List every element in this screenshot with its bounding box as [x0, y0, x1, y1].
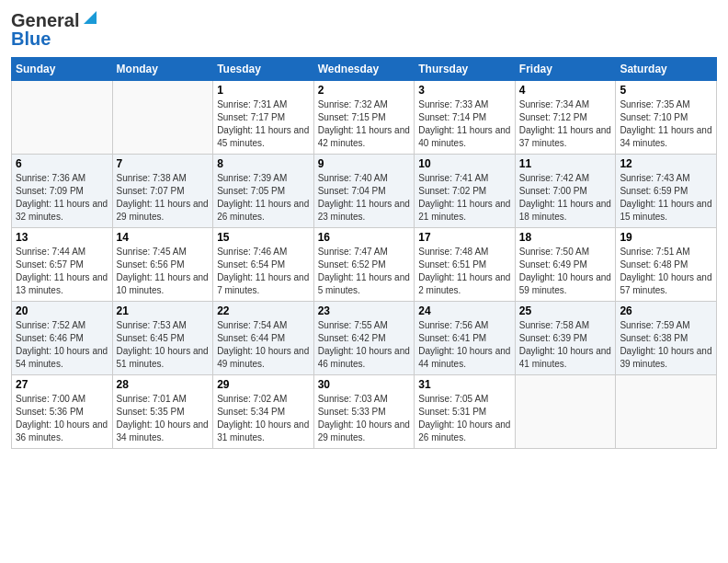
header: General Blue — [11, 9, 717, 50]
day-info: Sunrise: 7:01 AM Sunset: 5:35 PM Dayligh… — [117, 393, 210, 444]
day-info: Sunrise: 7:44 AM Sunset: 6:57 PM Dayligh… — [16, 246, 108, 297]
calendar-cell: 27Sunrise: 7:00 AM Sunset: 5:36 PM Dayli… — [12, 375, 113, 449]
page-container: General Blue SundayMondayTuesdayWednesda… — [0, 0, 728, 458]
day-info: Sunrise: 7:35 AM Sunset: 7:10 PM Dayligh… — [620, 98, 712, 150]
calendar-cell: 23Sunrise: 7:55 AM Sunset: 6:42 PM Dayli… — [313, 302, 415, 375]
day-number: 26 — [620, 304, 712, 317]
day-number: 27 — [16, 378, 108, 391]
day-info: Sunrise: 7:34 AM Sunset: 7:12 PM Dayligh… — [519, 98, 612, 150]
day-info: Sunrise: 7:33 AM Sunset: 7:14 PM Dayligh… — [418, 98, 511, 150]
calendar-week-row: 1Sunrise: 7:31 AM Sunset: 7:17 PM Daylig… — [12, 81, 717, 155]
day-info: Sunrise: 7:38 AM Sunset: 7:07 PM Dayligh… — [117, 172, 210, 224]
calendar-cell: 3Sunrise: 7:33 AM Sunset: 7:14 PM Daylig… — [415, 81, 516, 155]
day-info: Sunrise: 7:02 AM Sunset: 5:34 PM Dayligh… — [217, 393, 310, 444]
day-info: Sunrise: 7:51 AM Sunset: 6:48 PM Dayligh… — [620, 246, 712, 297]
day-number: 10 — [418, 157, 511, 170]
svg-marker-0 — [84, 11, 97, 24]
calendar-cell: 8Sunrise: 7:39 AM Sunset: 7:05 PM Daylig… — [213, 155, 314, 228]
day-number: 9 — [318, 157, 411, 170]
day-number: 25 — [519, 304, 612, 317]
day-info: Sunrise: 7:36 AM Sunset: 7:09 PM Dayligh… — [16, 172, 108, 224]
day-number: 30 — [318, 378, 411, 391]
day-number: 5 — [620, 84, 712, 97]
day-info: Sunrise: 7:52 AM Sunset: 6:46 PM Dayligh… — [16, 319, 108, 371]
day-info: Sunrise: 7:56 AM Sunset: 6:41 PM Dayligh… — [418, 319, 511, 371]
day-info: Sunrise: 7:39 AM Sunset: 7:05 PM Dayligh… — [217, 172, 310, 224]
calendar-cell: 4Sunrise: 7:34 AM Sunset: 7:12 PM Daylig… — [515, 81, 616, 155]
calendar-cell: 31Sunrise: 7:05 AM Sunset: 5:31 PM Dayli… — [415, 375, 516, 449]
day-info: Sunrise: 7:55 AM Sunset: 6:42 PM Dayligh… — [318, 319, 411, 371]
weekday-header: Tuesday — [213, 58, 314, 81]
calendar-cell: 25Sunrise: 7:58 AM Sunset: 6:39 PM Dayli… — [515, 302, 616, 375]
day-number: 3 — [418, 84, 511, 97]
day-info: Sunrise: 7:54 AM Sunset: 6:44 PM Dayligh… — [217, 319, 310, 371]
day-info: Sunrise: 7:32 AM Sunset: 7:15 PM Dayligh… — [318, 98, 411, 150]
calendar-table: SundayMondayTuesdayWednesdayThursdayFrid… — [11, 57, 717, 449]
day-number: 7 — [117, 157, 210, 170]
calendar-cell: 21Sunrise: 7:53 AM Sunset: 6:45 PM Dayli… — [112, 302, 213, 375]
weekday-header: Wednesday — [313, 58, 415, 81]
calendar-cell: 12Sunrise: 7:43 AM Sunset: 6:59 PM Dayli… — [616, 155, 717, 228]
day-info: Sunrise: 7:40 AM Sunset: 7:04 PM Dayligh… — [318, 172, 411, 224]
calendar-cell: 5Sunrise: 7:35 AM Sunset: 7:10 PM Daylig… — [616, 81, 717, 155]
day-number: 12 — [620, 157, 712, 170]
weekday-header: Saturday — [616, 58, 717, 81]
day-info: Sunrise: 7:47 AM Sunset: 6:52 PM Dayligh… — [318, 246, 411, 297]
logo: General Blue — [11, 9, 100, 50]
day-info: Sunrise: 7:03 AM Sunset: 5:33 PM Dayligh… — [318, 393, 411, 444]
day-info: Sunrise: 7:59 AM Sunset: 6:38 PM Dayligh… — [620, 319, 712, 371]
calendar-cell — [112, 81, 213, 155]
calendar-cell: 18Sunrise: 7:50 AM Sunset: 6:49 PM Dayli… — [515, 228, 616, 302]
calendar-cell: 16Sunrise: 7:47 AM Sunset: 6:52 PM Dayli… — [313, 228, 415, 302]
calendar-week-row: 6Sunrise: 7:36 AM Sunset: 7:09 PM Daylig… — [12, 155, 717, 228]
calendar-cell — [616, 375, 717, 449]
calendar-week-row: 20Sunrise: 7:52 AM Sunset: 6:46 PM Dayli… — [12, 302, 717, 375]
day-number: 8 — [217, 157, 310, 170]
day-number: 21 — [117, 304, 210, 317]
day-number: 29 — [217, 378, 310, 391]
calendar-cell: 26Sunrise: 7:59 AM Sunset: 6:38 PM Dayli… — [616, 302, 717, 375]
calendar-cell — [12, 81, 113, 155]
day-number: 31 — [418, 378, 511, 391]
calendar-cell: 2Sunrise: 7:32 AM Sunset: 7:15 PM Daylig… — [313, 81, 415, 155]
calendar-week-row: 27Sunrise: 7:00 AM Sunset: 5:36 PM Dayli… — [12, 375, 717, 449]
day-number: 4 — [519, 84, 612, 97]
calendar-cell: 30Sunrise: 7:03 AM Sunset: 5:33 PM Dayli… — [313, 375, 415, 449]
calendar-cell: 1Sunrise: 7:31 AM Sunset: 7:17 PM Daylig… — [213, 81, 314, 155]
weekday-header: Friday — [515, 58, 616, 81]
day-number: 20 — [16, 304, 108, 317]
day-info: Sunrise: 7:45 AM Sunset: 6:56 PM Dayligh… — [117, 246, 210, 297]
day-info: Sunrise: 7:48 AM Sunset: 6:51 PM Dayligh… — [418, 246, 511, 297]
day-info: Sunrise: 7:05 AM Sunset: 5:31 PM Dayligh… — [418, 393, 511, 444]
weekday-header: Sunday — [12, 58, 113, 81]
day-info: Sunrise: 7:50 AM Sunset: 6:49 PM Dayligh… — [519, 246, 612, 297]
day-info: Sunrise: 7:00 AM Sunset: 5:36 PM Dayligh… — [16, 393, 108, 444]
day-number: 24 — [418, 304, 511, 317]
day-number: 23 — [318, 304, 411, 317]
day-number: 2 — [318, 84, 411, 97]
day-number: 14 — [117, 231, 210, 244]
calendar-cell: 20Sunrise: 7:52 AM Sunset: 6:46 PM Dayli… — [12, 302, 113, 375]
day-info: Sunrise: 7:53 AM Sunset: 6:45 PM Dayligh… — [117, 319, 210, 371]
day-number: 18 — [519, 231, 612, 244]
calendar-cell: 28Sunrise: 7:01 AM Sunset: 5:35 PM Dayli… — [112, 375, 213, 449]
calendar-cell: 14Sunrise: 7:45 AM Sunset: 6:56 PM Dayli… — [112, 228, 213, 302]
calendar-cell: 29Sunrise: 7:02 AM Sunset: 5:34 PM Dayli… — [213, 375, 314, 449]
day-info: Sunrise: 7:58 AM Sunset: 6:39 PM Dayligh… — [519, 319, 612, 371]
calendar-cell: 11Sunrise: 7:42 AM Sunset: 7:00 PM Dayli… — [515, 155, 616, 228]
day-info: Sunrise: 7:42 AM Sunset: 7:00 PM Dayligh… — [519, 172, 612, 224]
day-info: Sunrise: 7:31 AM Sunset: 7:17 PM Dayligh… — [217, 98, 310, 150]
calendar-cell: 24Sunrise: 7:56 AM Sunset: 6:41 PM Dayli… — [415, 302, 516, 375]
calendar-cell: 7Sunrise: 7:38 AM Sunset: 7:07 PM Daylig… — [112, 155, 213, 228]
logo-text: General Blue — [11, 9, 100, 50]
day-info: Sunrise: 7:41 AM Sunset: 7:02 PM Dayligh… — [418, 172, 511, 224]
day-number: 22 — [217, 304, 310, 317]
day-number: 1 — [217, 84, 310, 97]
day-number: 11 — [519, 157, 612, 170]
day-number: 15 — [217, 231, 310, 244]
weekday-header: Monday — [112, 58, 213, 81]
calendar-cell — [515, 375, 616, 449]
day-number: 19 — [620, 231, 712, 244]
day-number: 17 — [418, 231, 511, 244]
weekday-header: Thursday — [415, 58, 516, 81]
